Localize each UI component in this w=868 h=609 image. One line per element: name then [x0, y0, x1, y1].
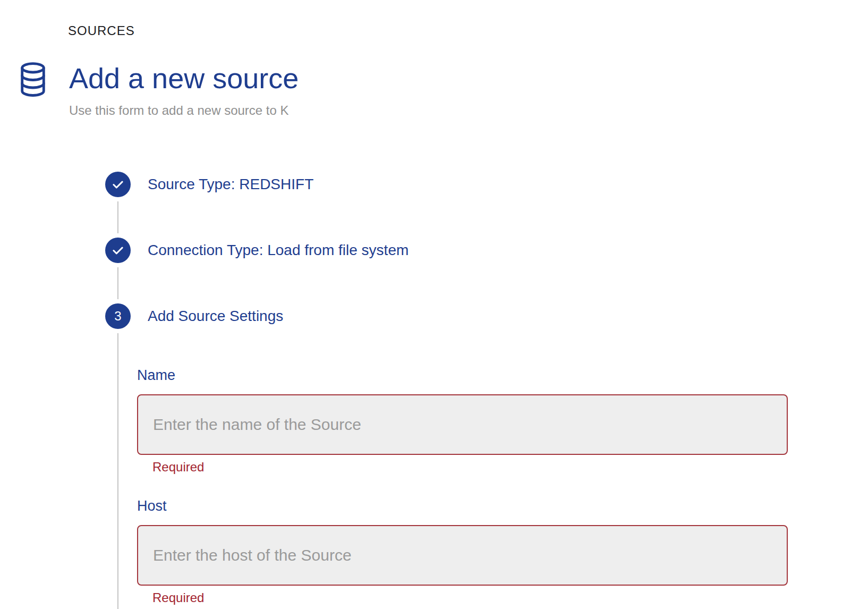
step-source-type[interactable]: Source Type: REDSHIFT — [105, 172, 868, 197]
breadcrumb: SOURCES — [0, 0, 868, 37]
host-input[interactable] — [137, 525, 788, 586]
host-required-error: Required — [152, 591, 788, 605]
check-icon — [105, 238, 131, 263]
step-connection-type[interactable]: Connection Type: Load from file system — [105, 238, 868, 263]
name-field-label: Name — [137, 368, 788, 383]
step-connector — [117, 201, 118, 233]
host-field-group: Host Required — [137, 498, 788, 605]
step-add-source-settings-label: Add Source Settings — [148, 308, 283, 325]
step-source-type-label: Source Type: REDSHIFT — [148, 176, 313, 193]
header-text: Add a new source Use this form to add a … — [69, 61, 299, 117]
step-number: 3 — [114, 309, 121, 324]
add-source-page: SOURCES Add a new source Use this form t… — [0, 0, 868, 609]
step-connector — [117, 267, 118, 299]
step-connection-type-label: Connection Type: Load from file system — [148, 242, 409, 259]
check-icon — [105, 172, 131, 197]
page-header: Add a new source Use this form to add a … — [18, 61, 868, 117]
step-number-badge: 3 — [105, 303, 131, 329]
page-subtitle: Use this form to add a new source to K — [69, 104, 299, 117]
step-add-source-settings[interactable]: 3 Add Source Settings — [105, 303, 868, 329]
name-input[interactable] — [137, 394, 788, 455]
database-icon — [18, 61, 48, 98]
stepper: Source Type: REDSHIFT Connection Type: L… — [0, 172, 868, 609]
name-required-error: Required — [152, 460, 788, 474]
source-settings-form: Name Required Host Required — [137, 333, 788, 609]
name-field-group: Name Required — [137, 368, 788, 474]
host-field-label: Host — [137, 498, 788, 513]
step-content: Name Required Host Required — [105, 333, 868, 609]
page-title: Add a new source — [69, 63, 299, 93]
step-connector — [117, 333, 118, 609]
